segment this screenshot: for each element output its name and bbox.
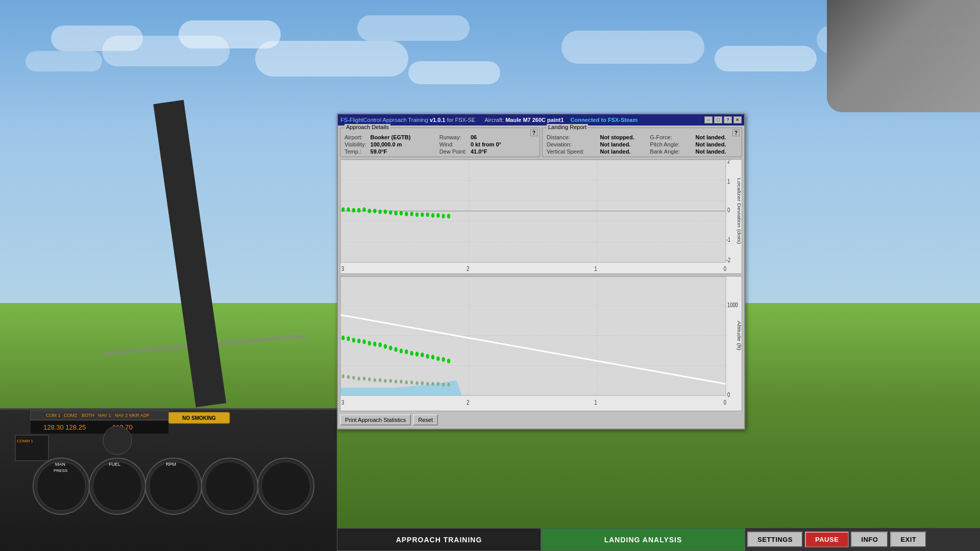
svg-point-107	[379, 378, 381, 382]
svg-point-79	[341, 336, 345, 340]
settings-button[interactable]: SETTINGS	[747, 532, 803, 547]
info-button[interactable]: INFO	[851, 532, 888, 547]
aircraft-label: Aircraft:	[484, 117, 504, 123]
svg-text:2: 2	[467, 398, 469, 406]
svg-point-44	[368, 209, 371, 213]
svg-text:0: 0	[727, 390, 730, 398]
landing-report-grid: Distance: Not stopped. G-Force: Not land…	[547, 134, 738, 155]
svg-point-112	[405, 381, 408, 385]
svg-text:RPM: RPM	[166, 462, 176, 467]
svg-text:NO SMOKING: NO SMOKING	[182, 415, 216, 421]
svg-text:MAN: MAN	[55, 462, 65, 467]
svg-point-24	[205, 462, 254, 511]
svg-text:2: 2	[727, 160, 730, 164]
temp-value: 59.0°F	[371, 148, 435, 155]
tab-approach-training[interactable]: APPROACH TRAINING	[337, 528, 541, 551]
svg-point-53	[415, 212, 419, 217]
svg-point-45	[373, 209, 376, 213]
bankangle-value: Not landed.	[696, 148, 738, 155]
svg-point-26	[261, 462, 310, 511]
vertspeed-label: Vertical Speed:	[547, 148, 596, 155]
dewpoint-value: 41.0°F	[471, 148, 535, 155]
svg-point-51	[405, 212, 408, 216]
svg-point-110	[395, 380, 397, 384]
approach-details-grid: Airport: Booker (EGTB) Runway: 06 Visibi…	[345, 134, 535, 155]
svg-point-49	[394, 211, 397, 216]
svg-text:1000: 1000	[727, 300, 738, 308]
reset-button[interactable]: Reset	[413, 414, 438, 425]
svg-text:ADF: ADF	[140, 413, 150, 418]
svg-point-43	[362, 207, 365, 212]
svg-point-59	[447, 214, 450, 218]
runway-label: Runway:	[439, 134, 467, 140]
svg-point-47	[384, 210, 387, 214]
svg-text:COMM 1: COMM 1	[17, 439, 34, 443]
svg-point-100	[342, 374, 345, 379]
svg-text:1: 1	[594, 398, 597, 406]
svg-text:0: 0	[724, 265, 726, 272]
svg-point-102	[352, 376, 355, 380]
temp-label: Temp.:	[345, 148, 366, 155]
svg-text:1: 1	[594, 265, 597, 272]
svg-point-48	[389, 210, 392, 215]
maximize-button[interactable]: □	[714, 116, 722, 123]
deviation-value: Not landed.	[600, 141, 646, 147]
svg-text:Localizer Deviation (dots): Localizer Deviation (dots)	[737, 178, 741, 244]
svg-point-46	[378, 210, 381, 214]
aircraft-name: Maule M7 260C paint1	[505, 117, 564, 123]
svg-point-82	[357, 339, 360, 343]
wind-label: Wind:	[439, 141, 467, 147]
visibility-value: 100,000.0 m	[371, 141, 435, 147]
svg-point-56	[431, 213, 434, 218]
info-row: Approach Details ? Airport: Booker (EGTB…	[340, 128, 742, 157]
landing-help-button[interactable]: ?	[732, 129, 740, 136]
svg-point-57	[436, 213, 439, 218]
version-text: v1.0.1	[430, 117, 446, 123]
svg-point-115	[421, 381, 424, 385]
connected-status: Connected to FSX-Steam	[571, 117, 638, 123]
svg-point-89	[394, 347, 397, 352]
distance-value: Not stopped.	[600, 134, 646, 140]
svg-point-98	[442, 357, 445, 362]
svg-text:1: 1	[727, 178, 730, 185]
svg-text:0: 0	[727, 207, 730, 214]
tab-landing-analysis[interactable]: LANDING ANALYSIS	[541, 528, 745, 551]
main-panel: FS-FlightControl Approach Training v1.0.…	[337, 113, 745, 430]
svg-point-99	[447, 359, 450, 363]
wind-value: 0 kt from 0°	[471, 141, 535, 147]
footer-buttons: SETTINGS PAUSE INFO EXIT	[745, 528, 980, 551]
exit-button[interactable]: EXIT	[890, 532, 926, 547]
svg-point-94	[421, 353, 424, 357]
svg-point-27	[103, 426, 132, 455]
cockpit-frame-top-right	[827, 0, 980, 112]
svg-point-84	[368, 341, 371, 345]
svg-point-116	[426, 382, 429, 386]
svg-point-114	[415, 381, 418, 385]
approach-help-button[interactable]: ?	[530, 129, 537, 136]
runway-value: 06	[471, 134, 535, 140]
svg-point-81	[352, 338, 355, 342]
pitch-label: Pitch Angle:	[650, 141, 691, 147]
svg-point-96	[431, 355, 434, 359]
minimize-button[interactable]: −	[704, 116, 713, 123]
print-stats-button[interactable]: Print Approach Statistics	[340, 414, 411, 425]
svg-text:NAV 1: NAV 1	[98, 413, 111, 418]
pause-button[interactable]: PAUSE	[805, 532, 849, 547]
svg-point-105	[368, 378, 371, 382]
charts-area: 2 1 0 -1 -2 3 2 1 0 Localizer Deviation …	[340, 159, 742, 411]
svg-point-21	[149, 462, 198, 511]
svg-text:3: 3	[341, 398, 344, 406]
svg-text:Altitude (ft): Altitude (ft)	[737, 321, 741, 350]
svg-point-58	[442, 214, 445, 218]
close-button[interactable]: ✕	[733, 116, 742, 123]
svg-point-109	[389, 379, 392, 383]
svg-point-117	[431, 382, 434, 386]
svg-point-41	[352, 208, 355, 213]
svg-point-54	[421, 212, 424, 217]
svg-point-85	[373, 342, 376, 346]
help-button[interactable]: ?	[724, 116, 732, 123]
svg-point-106	[374, 378, 376, 382]
svg-text:2: 2	[467, 265, 469, 272]
svg-point-88	[389, 345, 392, 350]
approach-details-title: Approach Details	[345, 124, 390, 130]
